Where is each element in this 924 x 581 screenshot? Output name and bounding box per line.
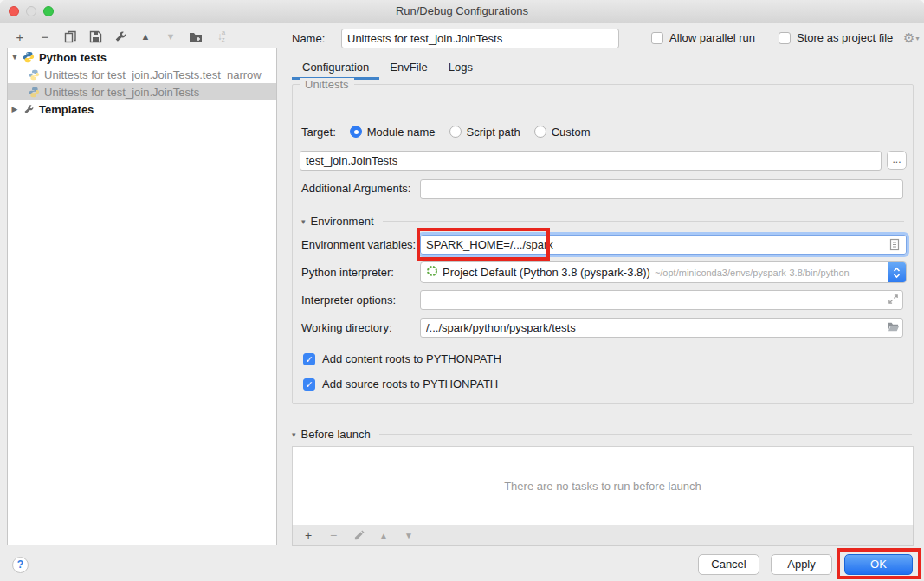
before-launch-header-label: Before launch bbox=[301, 428, 371, 441]
configurations-toolbar: + − ▲ ▼ ↓az bbox=[12, 27, 229, 46]
add-task-icon[interactable]: + bbox=[301, 528, 315, 542]
collapse-triangle-icon[interactable]: ▾ bbox=[292, 430, 296, 439]
target-module-input[interactable] bbox=[300, 151, 882, 171]
move-up-icon[interactable]: ▲ bbox=[138, 29, 153, 44]
add-content-roots-checkbox[interactable]: ✓ bbox=[303, 353, 315, 365]
new-folder-icon[interactable] bbox=[188, 29, 204, 44]
before-launch-section-header[interactable]: ▾ Before launch bbox=[292, 428, 912, 441]
environment-section-header[interactable]: ▾ Environment bbox=[301, 215, 904, 228]
before-launch-toolbar: + − ▲ ▼ bbox=[292, 525, 914, 546]
tab-bar: Configuration EnvFile Logs bbox=[292, 57, 483, 80]
tab-envfile[interactable]: EnvFile bbox=[379, 57, 437, 80]
environment-variables-label: Environment variables: bbox=[301, 238, 416, 251]
module-name-radio[interactable] bbox=[350, 126, 362, 138]
additional-arguments-input[interactable] bbox=[420, 179, 903, 199]
tab-logs[interactable]: Logs bbox=[438, 57, 483, 80]
allow-parallel-run-row: Allow parallel run bbox=[651, 31, 755, 44]
target-row: Target: Module name Script path Custom bbox=[301, 124, 590, 139]
edit-task-icon[interactable] bbox=[352, 528, 365, 542]
working-directory-label: Working directory: bbox=[301, 321, 392, 334]
select-stepper-icon[interactable] bbox=[888, 261, 906, 283]
titlebar: Run/Debug Configurations bbox=[0, 0, 924, 23]
interpreter-options-input[interactable] bbox=[420, 290, 903, 310]
add-source-roots-label: Add source roots to PYTHONPATH bbox=[322, 378, 498, 391]
apply-button[interactable]: Apply bbox=[771, 554, 832, 575]
tree-item-label: Templates bbox=[39, 103, 94, 116]
python-icon bbox=[22, 50, 36, 64]
run-debug-configurations-dialog: Run/Debug Configurations + − ▲ ▼ ↓az ▼ P… bbox=[0, 0, 924, 581]
script-path-radio[interactable] bbox=[449, 126, 462, 138]
custom-radio[interactable] bbox=[534, 126, 546, 138]
python-icon bbox=[27, 85, 41, 99]
tree-item-templates[interactable]: ▶ Templates bbox=[8, 100, 276, 118]
browse-variables-icon[interactable] bbox=[888, 238, 902, 252]
remove-task-icon[interactable]: − bbox=[326, 528, 340, 542]
store-as-project-file-checkbox[interactable] bbox=[779, 32, 791, 44]
edit-templates-icon[interactable] bbox=[113, 29, 128, 44]
target-label: Target: bbox=[301, 126, 336, 139]
tree-item-unittests-test-narrow[interactable]: Unittests for test_join.JoinTests.test_n… bbox=[8, 66, 276, 83]
name-label: Name: bbox=[292, 32, 325, 45]
add-source-roots-row: ✓ Add source roots to PYTHONPATH bbox=[303, 378, 498, 391]
configurations-tree: ▼ Python tests Unittests for test_join.J… bbox=[7, 48, 277, 545]
gear-icon[interactable]: ⚙▾ bbox=[903, 30, 919, 46]
move-down-icon[interactable]: ▼ bbox=[163, 29, 178, 44]
tree-item-unittests-jointests-selected[interactable]: Unittests for test_join.JoinTests bbox=[8, 83, 276, 100]
interpreter-path: ~/opt/miniconda3/envs/pyspark-3.8/bin/py… bbox=[655, 268, 884, 278]
additional-arguments-label: Additional Arguments: bbox=[301, 182, 410, 195]
add-source-roots-checkbox[interactable]: ✓ bbox=[303, 378, 315, 391]
chevron-down-icon[interactable]: ▼ bbox=[8, 53, 22, 61]
save-configuration-icon[interactable] bbox=[87, 29, 103, 44]
tree-item-label: Unittests for test_join.JoinTests bbox=[44, 86, 199, 99]
folder-icon[interactable] bbox=[887, 321, 901, 335]
wrench-icon bbox=[22, 102, 36, 116]
add-content-roots-label: Add content roots to PYTHONPATH bbox=[322, 352, 501, 365]
store-as-project-file-label: Store as project file bbox=[797, 31, 893, 44]
add-content-roots-row: ✓ Add content roots to PYTHONPATH bbox=[303, 352, 501, 365]
interpreter-name: Project Default (Python 3.8 (pyspark-3.8… bbox=[443, 266, 650, 279]
allow-parallel-run-label: Allow parallel run bbox=[669, 31, 755, 44]
move-task-up-icon[interactable]: ▲ bbox=[377, 528, 391, 542]
help-button[interactable]: ? bbox=[12, 557, 29, 573]
cancel-button[interactable]: Cancel bbox=[698, 554, 759, 575]
tree-item-label: Python tests bbox=[39, 51, 107, 64]
copy-configuration-icon[interactable] bbox=[62, 29, 78, 44]
allow-parallel-run-checkbox[interactable] bbox=[651, 32, 663, 44]
conda-icon bbox=[426, 265, 438, 280]
browse-button[interactable]: ... bbox=[887, 151, 907, 170]
unittests-groupbox: Unittests Target: Module name Script pat… bbox=[292, 84, 914, 404]
add-configuration-icon[interactable]: + bbox=[12, 29, 28, 44]
unittests-legend: Unittests bbox=[300, 78, 354, 91]
python-interpreter-select[interactable]: Project Default (Python 3.8 (pyspark-3.8… bbox=[420, 261, 907, 283]
environment-variables-input[interactable] bbox=[420, 235, 907, 255]
window-title: Run/Debug Configurations bbox=[0, 0, 924, 23]
custom-radio-label[interactable]: Custom bbox=[552, 126, 591, 139]
collapse-triangle-icon[interactable]: ▾ bbox=[301, 217, 306, 226]
remove-configuration-icon[interactable]: − bbox=[37, 29, 53, 44]
sort-configurations-icon[interactable]: ↓az bbox=[213, 29, 229, 44]
before-launch-task-list: There are no tasks to run before launch bbox=[292, 446, 914, 526]
chevron-right-icon[interactable]: ▶ bbox=[8, 105, 22, 113]
interpreter-options-label: Interpreter options: bbox=[301, 294, 396, 307]
section-divider bbox=[379, 434, 912, 435]
environment-variables-field-wrap bbox=[420, 235, 907, 255]
tree-item-label: Unittests for test_join.JoinTests.test_n… bbox=[44, 68, 262, 81]
configuration-panel: Name: Allow parallel run Store as projec… bbox=[292, 28, 914, 547]
tab-configuration[interactable]: Configuration bbox=[292, 57, 379, 80]
move-task-down-icon[interactable]: ▼ bbox=[402, 528, 416, 542]
name-input[interactable] bbox=[341, 29, 619, 48]
module-name-radio-label[interactable]: Module name bbox=[367, 126, 436, 139]
section-divider bbox=[383, 221, 904, 222]
python-interpreter-label: Python interpreter: bbox=[301, 266, 394, 279]
expand-field-icon[interactable] bbox=[888, 294, 901, 307]
ok-button[interactable]: OK bbox=[844, 554, 913, 575]
script-path-radio-label[interactable]: Script path bbox=[467, 126, 520, 139]
python-icon bbox=[27, 68, 41, 81]
tree-item-python-tests[interactable]: ▼ Python tests bbox=[8, 48, 276, 66]
store-as-project-file-row: Store as project file bbox=[779, 31, 893, 44]
environment-header-label: Environment bbox=[311, 215, 374, 228]
working-directory-input[interactable] bbox=[420, 318, 903, 338]
no-tasks-message: There are no tasks to run before launch bbox=[504, 480, 701, 493]
